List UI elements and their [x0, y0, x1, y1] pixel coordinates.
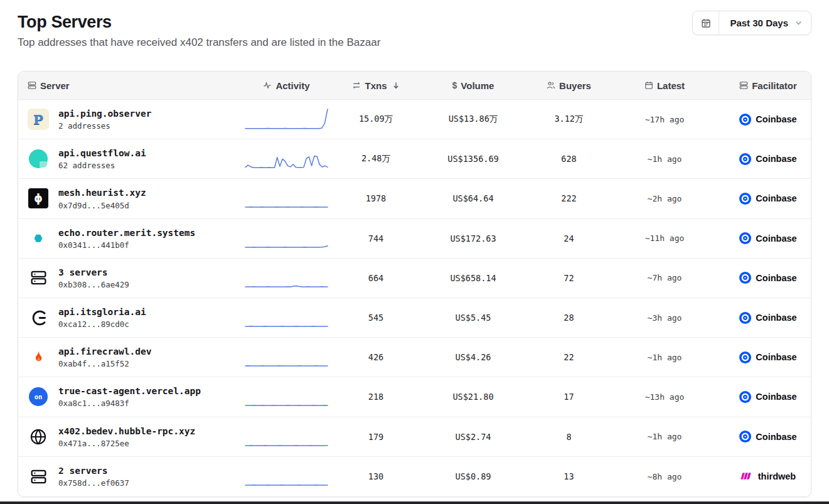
facilitator-logo-icon [739, 431, 751, 442]
column-header-activity[interactable]: Activity [235, 80, 338, 91]
latest-value: ~3h ago [605, 313, 724, 323]
txns-value: 426 [338, 352, 414, 362]
activity-sparkline [235, 146, 338, 171]
calendar-icon [644, 81, 653, 90]
txns-value: 15.09万 [338, 114, 414, 125]
date-range-filter[interactable]: Past 30 Days [692, 11, 811, 35]
table-row[interactable]: api.itsgloria.ai 0xca12...89cd0c 545 US$… [18, 298, 811, 338]
facilitator-name: thirdweb [758, 471, 796, 481]
page-subtitle: Top addresses that have received x402 tr… [18, 36, 380, 49]
server-name[interactable]: echo.router.merit.systems [58, 227, 195, 239]
server-subtext: 62 addresses [58, 161, 146, 170]
server-subtext: 0x471a...8725ee [58, 439, 195, 448]
facilitator-cell: Coinbase [724, 272, 811, 284]
facilitator-cell: Coinbase [724, 351, 811, 363]
column-label: Latest [657, 80, 685, 91]
facilitator-cell: Coinbase [724, 114, 811, 126]
table-row[interactable]: 3 servers 0xb308...6ae429 664 US$658.14 … [18, 259, 811, 298]
table-row[interactable]: api.firecrawl.dev 0xab4f...a15f52 426 US… [18, 338, 811, 377]
server-name[interactable]: 2 servers [58, 465, 129, 476]
server-name[interactable]: api.ping.observer [58, 108, 151, 119]
column-label: Volume [461, 80, 494, 91]
server-cell[interactable]: x402.bedev.hubble-rpc.xyz 0x471a...8725e… [18, 426, 235, 448]
buyers-value: 628 [533, 154, 605, 164]
calendar-icon [693, 11, 719, 35]
txns-value: 179 [338, 432, 414, 442]
server-cell[interactable]: ɸ mesh.heurist.xyz 0x7d9d...5e405d [18, 187, 235, 210]
volume-value: US$1356.69 [414, 154, 533, 164]
server-cell[interactable]: api.itsgloria.ai 0xca12...89cd0c [18, 306, 235, 329]
buyers-icon [547, 81, 555, 90]
server-name[interactable]: 3 servers [58, 267, 129, 278]
buyers-value: 24 [533, 233, 605, 244]
column-header-server[interactable]: Server [18, 80, 235, 91]
activity-icon [263, 81, 272, 90]
facilitator-logo-icon [739, 193, 751, 205]
server-name[interactable]: api.itsgloria.ai [58, 306, 146, 318]
buyers-value: 22 [533, 352, 605, 362]
server-cell[interactable]: 3 servers 0xb308...6ae429 [18, 267, 235, 289]
server-cell[interactable]: P api.ping.observer 2 addresses [18, 108, 235, 131]
server-name[interactable]: true-cast-agent.vercel.app [58, 385, 201, 397]
activity-sparkline [235, 424, 338, 449]
txns-value: 130 [338, 471, 414, 481]
server-cell[interactable]: echo.router.merit.systems 0x0341...441b0… [18, 227, 235, 250]
table-row[interactable]: ɸ mesh.heurist.xyz 0x7d9d...5e405d 1978 … [18, 179, 811, 218]
activity-sparkline [235, 107, 338, 132]
volume-value: US$0.89 [414, 471, 533, 481]
volume-value: US$658.14 [414, 273, 533, 283]
server-subtext: 0xca12...89cd0c [58, 319, 146, 329]
server-icon [28, 81, 36, 90]
latest-value: ~17h ago [605, 115, 724, 124]
latest-value: ~11h ago [605, 233, 724, 243]
buyers-value: 13 [533, 471, 605, 481]
top-servers-table: Server Activity Txns $ Volume [18, 71, 811, 497]
column-header-volume[interactable]: $ Volume [414, 80, 533, 91]
server-name[interactable]: api.firecrawl.dev [58, 346, 151, 357]
activity-sparkline [235, 384, 338, 409]
server-logo-icon [26, 309, 50, 326]
volume-value: US$5.45 [414, 313, 533, 323]
table-row[interactable]: on true-cast-agent.vercel.app 0xa8c1...a… [18, 377, 811, 417]
volume-value: US$4.26 [414, 352, 533, 362]
server-name[interactable]: x402.bedev.hubble-rpc.xyz [58, 426, 195, 437]
latest-value: ~13h ago [605, 392, 724, 402]
server-logo-icon [26, 349, 50, 365]
activity-sparkline [235, 186, 338, 211]
server-cell[interactable]: api.firecrawl.dev 0xab4f...a15f52 [18, 346, 235, 368]
facilitator-name: Coinbase [756, 352, 796, 362]
table-row[interactable]: api.questflow.ai 62 addresses 2.48万 US$1… [18, 139, 811, 179]
table-row[interactable]: x402.bedev.hubble-rpc.xyz 0x471a...8725e… [18, 417, 811, 457]
facilitator-logo-icon [739, 114, 751, 126]
server-subtext: 2 addresses [58, 121, 151, 131]
column-header-facilitator[interactable]: Facilitator [724, 80, 811, 91]
server-name[interactable]: mesh.heurist.xyz [58, 187, 146, 198]
table-row[interactable]: 2 servers 0x758d...ef0637 130 US$0.89 13… [18, 457, 811, 496]
column-label: Activity [275, 80, 309, 91]
buyers-value: 8 [533, 432, 605, 442]
latest-value: ~2h ago [605, 194, 724, 203]
column-header-buyers[interactable]: Buyers [533, 80, 605, 91]
activity-sparkline [235, 305, 338, 330]
server-cell[interactable]: on true-cast-agent.vercel.app 0xa8c1...a… [18, 385, 235, 408]
table-row[interactable]: echo.router.merit.systems 0x0341...441b0… [18, 219, 811, 259]
table-row[interactable]: P api.ping.observer 2 addresses 15.09万 U… [18, 100, 811, 139]
facilitator-cell: Coinbase [724, 391, 811, 403]
column-header-latest[interactable]: Latest [605, 80, 724, 91]
latest-value: ~7h ago [605, 273, 724, 282]
facilitator-name: Coinbase [756, 233, 796, 244]
facilitator-name: Coinbase [756, 193, 796, 203]
buyers-value: 17 [533, 392, 605, 402]
server-cell[interactable]: api.questflow.ai 62 addresses [18, 147, 235, 170]
facilitator-name: Coinbase [756, 392, 796, 402]
server-logo-icon [26, 269, 50, 287]
facilitator-name: Coinbase [756, 114, 796, 124]
column-label: Buyers [559, 80, 591, 91]
server-cell[interactable]: 2 servers 0x758d...ef0637 [18, 465, 235, 488]
buyers-value: 222 [533, 193, 605, 203]
latest-value: ~1h ago [605, 353, 724, 362]
column-header-txns[interactable]: Txns [338, 80, 414, 91]
server-name[interactable]: api.questflow.ai [58, 147, 146, 159]
server-subtext: 0x758d...ef0637 [58, 478, 129, 488]
txns-value: 744 [338, 233, 414, 244]
